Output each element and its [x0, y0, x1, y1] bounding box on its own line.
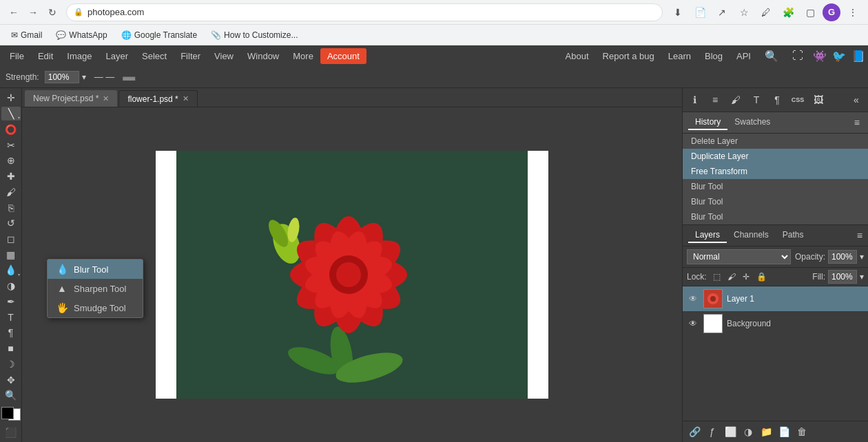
hand-tool-button[interactable]: ☽	[1, 357, 21, 371]
history-item-delete-layer[interactable]: Delete Layer	[683, 134, 868, 149]
link-layers-button[interactable]: 🔗	[687, 424, 702, 439]
history-item-blur-tool-3[interactable]: Blur Tool	[683, 209, 868, 224]
color-swatches[interactable]	[1, 407, 21, 421]
text-panel-button[interactable]: T	[747, 91, 765, 109]
history-item-duplicate-layer[interactable]: Duplicate Layer	[683, 149, 868, 164]
extension-button[interactable]: 🖊	[756, 3, 776, 22]
context-menu-blur[interactable]: 💧 Blur Tool	[48, 260, 143, 279]
lock-paint-button[interactable]: 🖌	[725, 271, 738, 282]
lock-move-button[interactable]: ✛	[741, 271, 752, 282]
fill-input[interactable]	[828, 270, 857, 284]
gradient-tool-button[interactable]: ▦	[1, 247, 21, 262]
move-tool-button[interactable]: ✛	[1, 91, 21, 105]
reload-button[interactable]: ↻	[44, 4, 61, 21]
tab-swatches[interactable]: Swatches	[727, 115, 777, 130]
opacity-input[interactable]	[828, 250, 857, 264]
menu-layer[interactable]: Layer	[99, 48, 136, 64]
brush-tool-button[interactable]: 🖌	[1, 185, 21, 199]
menu-more[interactable]: More	[286, 48, 320, 64]
menu-filter[interactable]: Filter	[174, 48, 207, 64]
opacity-dropdown-icon[interactable]: ▾	[860, 252, 864, 262]
zoom-tool-button[interactable]: 🔍	[1, 388, 21, 403]
share-button[interactable]: ↗	[712, 3, 732, 22]
menu-learn[interactable]: Learn	[664, 48, 695, 64]
layers-menu-button[interactable]: ≡	[857, 230, 862, 241]
menu-image[interactable]: Image	[60, 48, 99, 64]
warp-tool-button[interactable]: ✥	[1, 372, 21, 387]
history-brush-button[interactable]: ↺	[1, 216, 21, 231]
more-options-button[interactable]: ⋮	[843, 3, 862, 22]
back-button[interactable]: ←	[6, 4, 22, 21]
twitter-icon[interactable]: 🐦	[832, 50, 846, 63]
history-menu-button[interactable]: ≡	[851, 116, 862, 129]
history-item-free-transform[interactable]: Free Transform	[683, 164, 868, 179]
download-button[interactable]: ⬇	[668, 3, 688, 22]
tab-new-project-close[interactable]: ✕	[103, 94, 109, 103]
layer-row-background[interactable]: 👁 Background	[683, 311, 868, 336]
menu-account[interactable]: Account	[320, 48, 366, 64]
tab-history[interactable]: History	[688, 115, 727, 130]
background-visibility-button[interactable]: 👁	[687, 317, 699, 330]
shape-tool-button[interactable]: ■	[1, 341, 21, 356]
context-menu-smudge[interactable]: 🖐 Smudge Tool	[48, 298, 143, 317]
pen-tool-button[interactable]: ✒	[1, 295, 21, 309]
select-tool-button[interactable]: ╲ ▾	[1, 107, 21, 121]
image-panel-button[interactable]: 🖼	[809, 91, 827, 109]
facebook-icon[interactable]: 📘	[851, 50, 865, 63]
strength-input[interactable]	[45, 71, 79, 83]
info-panel-button[interactable]: ℹ	[685, 91, 703, 109]
quick-mask-button[interactable]: ⬛	[1, 425, 21, 439]
tab-layers[interactable]: Layers	[688, 228, 727, 243]
new-layer-button[interactable]: 📄	[776, 424, 792, 439]
brush-panel-button[interactable]: 🖌	[727, 91, 745, 109]
group-button[interactable]: 📁	[758, 424, 774, 439]
menu-window[interactable]: Window	[240, 48, 286, 64]
effects-button[interactable]: ƒ	[705, 424, 720, 439]
layer1-visibility-button[interactable]: 👁	[687, 293, 699, 305]
menu-select[interactable]: Select	[135, 48, 174, 64]
tab-new-project[interactable]: New Project.psd * ✕	[25, 90, 117, 107]
lock-all-button[interactable]: 🔒	[754, 271, 769, 282]
menu-file[interactable]: File	[3, 48, 31, 64]
history-item-blur-tool-1[interactable]: Blur Tool	[683, 179, 868, 194]
reddit-icon[interactable]: 👾	[813, 50, 827, 63]
dropdown-arrow-icon[interactable]: ▾	[82, 72, 86, 82]
fill-dropdown-icon[interactable]: ▾	[860, 272, 864, 282]
path-select-button[interactable]: ¶	[1, 326, 21, 340]
fullscreen-button[interactable]: ⛶	[788, 48, 807, 63]
mask-button[interactable]: ⬜	[723, 424, 738, 439]
window-button[interactable]: ▢	[800, 3, 820, 22]
eyedropper-tool-button[interactable]: ⊕	[1, 154, 21, 168]
adjustment-button[interactable]: ◑	[741, 424, 756, 439]
lock-transparency-button[interactable]: ⬚	[711, 271, 723, 282]
puzzle-button[interactable]: 🧩	[778, 3, 798, 22]
tab-channels[interactable]: Channels	[727, 228, 776, 243]
dodge-tool-button[interactable]: ◑	[1, 279, 21, 293]
eraser-tool-button[interactable]: ◻	[1, 232, 21, 246]
profile-button[interactable]: G	[823, 3, 840, 21]
menu-about[interactable]: About	[561, 48, 593, 64]
menu-api[interactable]: API	[732, 48, 755, 64]
healing-tool-button[interactable]: ✚	[1, 169, 21, 184]
menu-blog[interactable]: Blog	[701, 48, 727, 64]
clone-tool-button[interactable]: ⎘	[1, 200, 21, 215]
blur-tool-button[interactable]: 💧 ▾	[1, 263, 21, 277]
bookmark-translate[interactable]: 🌐 Google Translate	[116, 28, 203, 42]
tab-paths[interactable]: Paths	[776, 228, 811, 243]
delete-layer-button[interactable]: 🗑	[794, 424, 809, 439]
paragraph-panel-button[interactable]: ¶	[768, 91, 786, 109]
bookmark-whatsapp[interactable]: 💬 WhatsApp	[50, 28, 112, 42]
text-tool-button[interactable]: T	[1, 310, 21, 324]
menu-edit[interactable]: Edit	[31, 48, 60, 64]
bookmark-customize[interactable]: 📎 How to Customize...	[205, 28, 303, 42]
bookmark-button[interactable]: 📄	[690, 3, 710, 22]
bookmark-gmail[interactable]: ✉ Gmail	[6, 28, 48, 42]
tab-flower-close[interactable]: ✕	[183, 94, 189, 103]
css-panel-button[interactable]: CSS	[789, 91, 807, 109]
collapse-button[interactable]: «	[847, 91, 865, 109]
crop-tool-button[interactable]: ✂	[1, 138, 21, 152]
lasso-tool-button[interactable]: ⭕	[1, 122, 21, 136]
menu-report-bug[interactable]: Report a bug	[599, 48, 659, 64]
search-button[interactable]: 🔍	[761, 48, 783, 64]
tab-flower[interactable]: flower-1.psd * ✕	[118, 90, 197, 107]
